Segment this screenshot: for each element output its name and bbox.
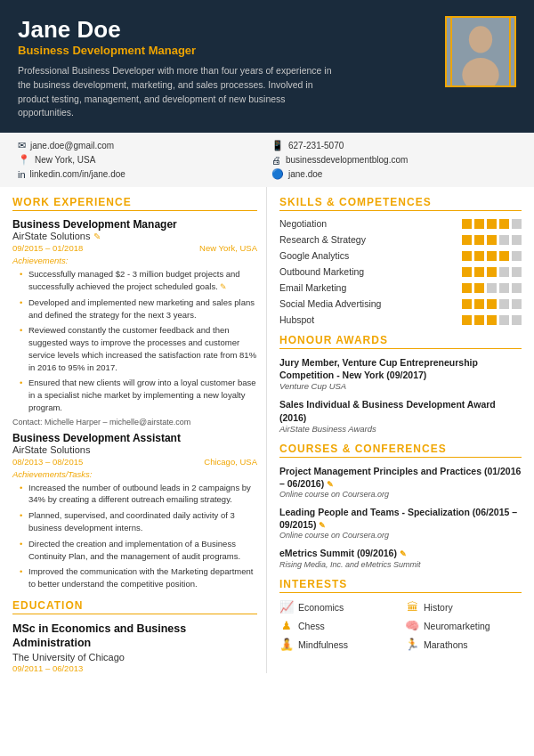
skill-name: Negotiation (279, 218, 462, 229)
course-2-title: Leading People and Teams - Specializatio… (279, 506, 522, 531)
skill-name: Google Analytics (279, 250, 462, 261)
bullet-item: Reviewed constantly the customer feedbac… (20, 324, 257, 373)
candidate-photo (445, 16, 516, 87)
dot-empty (512, 219, 522, 229)
dot (474, 219, 484, 229)
dot (487, 235, 497, 245)
skill-dots (462, 315, 522, 325)
interest-neuromarketing-label: Neuromarketing (424, 621, 490, 631)
skill-name: Email Marketing (279, 282, 462, 293)
course-2: Leading People and Teams - Specializatio… (279, 506, 522, 540)
email-icon: ✉ (18, 140, 26, 151)
honours-title: HONOUR AWARDS (279, 334, 522, 349)
job-2-bullets: Increased the number of outbound leads i… (12, 482, 257, 590)
bullet-item: Successfully managed $2 - 3 million budg… (20, 268, 257, 293)
skill-dots (462, 219, 522, 229)
dot (462, 267, 472, 277)
course-2-sub: Online course on Coursera.org (279, 531, 522, 540)
contact-location: 📍 New York, USA (18, 154, 263, 166)
left-column: WORK EXPERIENCE Business Development Man… (12, 187, 267, 673)
interest-mindfulness: 🧘 Mindfulness (279, 638, 396, 652)
award-1-sub: Venture Cup USA (279, 381, 522, 391)
courses-title: COURSES & CONFERENCES (279, 443, 522, 458)
award-2-title: Sales Individual & Business Development … (279, 398, 522, 423)
skill-name: Hubspot (279, 314, 462, 325)
website-icon: 🖨 (271, 155, 281, 166)
skill-row-hubspot: Hubspot (279, 314, 522, 325)
dot-empty (512, 251, 522, 261)
skill-name: Social Media Advertising (279, 298, 462, 309)
right-column: SKILLS & COMPETENCES Negotiation Researc… (267, 187, 522, 673)
job-1-link-icon: ✎ (93, 232, 101, 241)
edu-school: The University of Chicago (12, 652, 257, 663)
neuromarketing-icon: 🧠 (405, 619, 419, 633)
interests-grid: 📈 Economics 🏛 History ♟ Chess 🧠 Neuromar… (279, 600, 522, 652)
job-1-company: AirState Solutions ✎ (12, 231, 257, 241)
dot (474, 251, 484, 261)
education-title: EDUCATION (12, 599, 257, 614)
job-2-dates: 08/2013 – 08/2015 Chicago, USA (12, 457, 257, 467)
contact-linkedin: in linkedin.com/in/jane.doe (18, 168, 263, 180)
dot-empty (512, 235, 522, 245)
dot-empty (512, 315, 522, 325)
header: Jane Doe Business Development Manager Pr… (0, 0, 534, 133)
interest-chess: ♟ Chess (279, 619, 396, 633)
award-1-title: Jury Member, Venture Cup Entrepreneurshi… (279, 356, 522, 381)
contact-bar: ✉ jane.doe@gmail.com 📱 627-231-5070 📍 Ne… (0, 133, 534, 187)
interest-history: 🏛 History (405, 600, 522, 614)
history-icon: 🏛 (405, 600, 419, 614)
dot (499, 251, 509, 261)
course-1-sub: Online course on Coursera.org (279, 490, 522, 499)
dot (462, 251, 472, 261)
skill-row-negotiation: Negotiation (279, 218, 522, 229)
dot (474, 235, 484, 245)
candidate-name: Jane Doe (18, 16, 434, 44)
dot (474, 267, 484, 277)
dot-empty (499, 235, 509, 245)
skill-name: Research & Strategy (279, 234, 462, 245)
skill-row-research: Research & Strategy (279, 234, 522, 245)
dot (462, 299, 472, 309)
interest-marathons-label: Marathons (424, 639, 468, 650)
linkedin-icon: in (18, 169, 26, 180)
dot-empty (487, 283, 497, 293)
dot (487, 251, 497, 261)
award-1: Jury Member, Venture Cup Entrepreneurshi… (279, 356, 522, 391)
interest-mindfulness-label: Mindfulness (298, 639, 348, 650)
interest-history-label: History (424, 602, 453, 613)
phone-icon: 📱 (271, 140, 284, 151)
skill-dots (462, 267, 522, 277)
marathons-icon: 🏃 (405, 638, 419, 652)
course-2-link-icon: ✎ (319, 521, 326, 530)
course-3-link-icon: ✎ (400, 549, 407, 558)
bullet-item: Planned, supervised, and coordinated dai… (20, 509, 257, 534)
course-3: eMetrics Summit (09/2016) ✎ Rising Media… (279, 547, 522, 568)
education-block: MSc in Economics and Business Administra… (12, 622, 257, 674)
dot (474, 283, 484, 293)
dot-empty (499, 299, 509, 309)
contact-phone: 📱 627-231-5070 (271, 140, 516, 151)
course-3-title: eMetrics Summit (09/2016) ✎ (279, 547, 522, 559)
course-1-title: Project Management Principles and Practi… (279, 465, 522, 490)
course-1: Project Management Principles and Practi… (279, 465, 522, 499)
bullet-item: Improved the communication with the Mark… (20, 565, 257, 590)
job-1: Business Development Manager AirState So… (12, 218, 257, 427)
dot-empty (499, 315, 509, 325)
location-icon: 📍 (18, 154, 30, 166)
dot (487, 219, 497, 229)
bullet-item: Developed and implemented new marketing … (20, 297, 257, 321)
candidate-title: Business Development Manager (18, 44, 434, 57)
interest-economics: 📈 Economics (279, 600, 396, 614)
dot (487, 315, 497, 325)
dot (462, 315, 472, 325)
job-1-title: Business Development Manager (12, 218, 257, 231)
dot (462, 219, 472, 229)
skills-list: Negotiation Research & Strategy Google A… (279, 218, 522, 325)
economics-icon: 📈 (279, 600, 294, 614)
work-experience-title: WORK EXPERIENCE (12, 196, 257, 211)
svg-point-1 (469, 26, 492, 53)
course-3-sub: Rising Media, Inc. and eMetrics Summit (279, 560, 522, 569)
contact-email: ✉ jane.doe@gmail.com (18, 140, 263, 151)
main-content: WORK EXPERIENCE Business Development Man… (0, 187, 534, 673)
interest-economics-label: Economics (298, 602, 344, 613)
